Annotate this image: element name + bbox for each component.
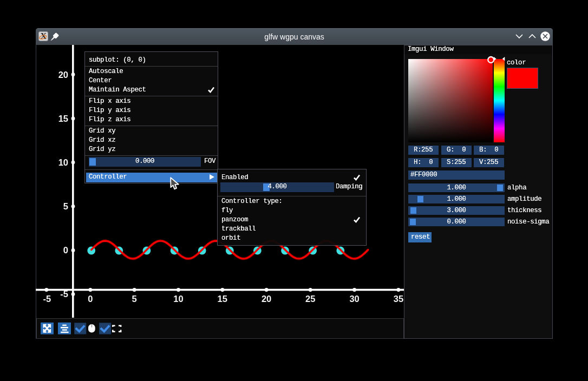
svg-text:15: 15 <box>58 114 68 123</box>
svg-text:-5: -5 <box>43 294 51 304</box>
svg-text:20: 20 <box>262 294 271 304</box>
svg-text:25: 25 <box>305 294 315 304</box>
svg-text:-5: -5 <box>60 289 68 299</box>
svg-text:5: 5 <box>132 294 137 304</box>
svg-text:35: 35 <box>394 294 403 304</box>
svg-text:10: 10 <box>173 294 183 304</box>
svg-text:0: 0 <box>88 294 93 304</box>
svg-text:15: 15 <box>218 294 227 304</box>
svg-text:10: 10 <box>58 157 68 167</box>
svg-text:0: 0 <box>63 245 68 255</box>
svg-text:5: 5 <box>63 201 68 211</box>
svg-text:30: 30 <box>349 294 359 304</box>
svg-text:20: 20 <box>58 70 68 80</box>
